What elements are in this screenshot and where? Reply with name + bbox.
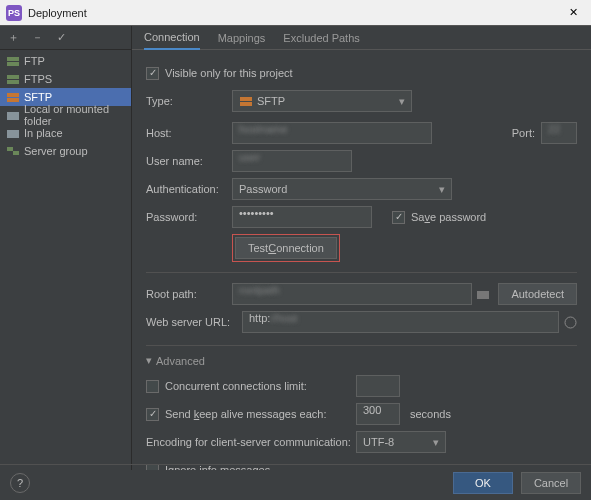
svg-rect-8 xyxy=(7,147,13,151)
keepalive-input[interactable]: 300 xyxy=(356,403,400,425)
type-value: SFTP xyxy=(257,95,285,107)
concurrent-input[interactable] xyxy=(356,375,400,397)
chevron-down-icon: ▾ xyxy=(439,183,445,196)
dialog-footer: ? OK Cancel xyxy=(0,464,591,500)
auth-value: Password xyxy=(239,183,287,195)
svg-rect-6 xyxy=(7,112,19,120)
svg-rect-3 xyxy=(7,80,19,84)
host-input[interactable]: hostname xyxy=(232,122,432,144)
user-input[interactable]: user xyxy=(232,150,352,172)
tree-item-label: FTPS xyxy=(24,73,52,85)
visible-only-label: Visible only for this project xyxy=(165,67,293,79)
checkbox-icon xyxy=(146,380,159,393)
tree-item-ftps[interactable]: FTPS xyxy=(0,70,131,88)
test-connection-highlight: Test Connection xyxy=(232,234,340,262)
type-label: Type: xyxy=(146,95,232,107)
test-connection-button[interactable]: Test Connection xyxy=(235,237,337,259)
add-icon[interactable]: ＋ xyxy=(4,29,22,47)
window-title: Deployment xyxy=(28,7,561,19)
type-select[interactable]: SFTP ▾ xyxy=(232,90,412,112)
save-password-label: Save password xyxy=(411,211,486,223)
close-icon[interactable]: ✕ xyxy=(561,6,585,19)
svg-rect-5 xyxy=(7,98,19,102)
browse-folder-icon[interactable] xyxy=(476,287,490,301)
main-panel: Connection Mappings Excluded Paths Visib… xyxy=(132,26,591,470)
autodetect-button[interactable]: Autodetect xyxy=(498,283,577,305)
svg-rect-10 xyxy=(240,97,252,101)
password-input[interactable]: ••••••••• xyxy=(232,206,372,228)
tree-item-label: Server group xyxy=(24,145,88,157)
apply-icon[interactable]: ✓ xyxy=(52,29,70,47)
server-icon xyxy=(6,55,20,67)
port-input[interactable]: 22 xyxy=(541,122,577,144)
svg-point-13 xyxy=(565,317,576,328)
auth-select[interactable]: Password ▾ xyxy=(232,178,452,200)
tab-excluded[interactable]: Excluded Paths xyxy=(283,26,359,50)
web-label: Web server URL: xyxy=(146,316,242,328)
tree-item-servergroup[interactable]: Server group xyxy=(0,142,131,160)
checkbox-icon xyxy=(392,211,405,224)
root-label: Root path: xyxy=(146,288,232,300)
sidebar: ＋ － ✓ FTP FTPS SFTP xyxy=(0,26,132,470)
tree-item-ftp[interactable]: FTP xyxy=(0,52,131,70)
user-label: User name: xyxy=(146,155,232,167)
svg-rect-1 xyxy=(7,62,19,66)
ok-button[interactable]: OK xyxy=(453,472,513,494)
group-icon xyxy=(6,145,20,157)
tree-item-label: In place xyxy=(24,127,63,139)
tree-item-local[interactable]: Local or mounted folder xyxy=(0,106,131,124)
svg-rect-9 xyxy=(13,151,19,155)
open-browser-icon[interactable] xyxy=(563,315,577,329)
help-button[interactable]: ? xyxy=(10,473,30,493)
tab-mappings[interactable]: Mappings xyxy=(218,26,266,50)
advanced-toggle[interactable]: ▾ Advanced xyxy=(146,354,577,367)
visible-only-checkbox[interactable]: Visible only for this project xyxy=(146,67,293,80)
svg-rect-11 xyxy=(240,102,252,106)
cancel-button[interactable]: Cancel xyxy=(521,472,581,494)
svg-rect-12 xyxy=(477,291,489,299)
svg-rect-2 xyxy=(7,75,19,79)
svg-rect-7 xyxy=(7,130,19,138)
advanced-label: Advanced xyxy=(156,355,205,367)
chevron-down-icon: ▾ xyxy=(433,436,439,449)
tree-item-label: Local or mounted folder xyxy=(24,103,131,127)
tree-item-label: SFTP xyxy=(24,91,52,103)
seconds-label: seconds xyxy=(410,408,451,420)
titlebar: PS Deployment ✕ xyxy=(0,0,591,26)
svg-rect-0 xyxy=(7,57,19,61)
port-label: Port: xyxy=(512,127,535,139)
host-label: Host: xyxy=(146,127,232,139)
save-password-checkbox[interactable]: Save password xyxy=(392,211,486,224)
app-icon: PS xyxy=(6,5,22,21)
keepalive-label: Send keep alive messages each: xyxy=(165,408,326,420)
encoding-select[interactable]: UTF-8 ▾ xyxy=(356,431,446,453)
tabs: Connection Mappings Excluded Paths xyxy=(132,26,591,50)
server-tree: FTP FTPS SFTP Local or mounted folder xyxy=(0,50,131,470)
tab-connection[interactable]: Connection xyxy=(144,26,200,50)
encoding-label: Encoding for client-server communication… xyxy=(146,436,356,448)
auth-label: Authentication: xyxy=(146,183,232,195)
web-input[interactable]: http://host xyxy=(242,311,559,333)
server-icon xyxy=(239,95,253,107)
svg-rect-4 xyxy=(7,93,19,97)
remove-icon[interactable]: － xyxy=(28,29,46,47)
chevron-down-icon: ▾ xyxy=(399,95,405,108)
server-icon xyxy=(6,91,20,103)
password-label: Password: xyxy=(146,211,232,223)
chevron-down-icon: ▾ xyxy=(146,354,152,367)
sidebar-toolbar: ＋ － ✓ xyxy=(0,26,131,50)
encoding-value: UTF-8 xyxy=(363,436,394,448)
folder-icon xyxy=(6,109,20,121)
keepalive-checkbox[interactable]: Send keep alive messages each: xyxy=(146,408,356,421)
server-icon xyxy=(6,73,20,85)
folder-icon xyxy=(6,127,20,139)
root-input[interactable]: rootpath xyxy=(232,283,472,305)
checkbox-icon xyxy=(146,408,159,421)
checkbox-icon xyxy=(146,67,159,80)
concurrent-label: Concurrent connections limit: xyxy=(165,380,307,392)
concurrent-checkbox[interactable]: Concurrent connections limit: xyxy=(146,380,356,393)
tree-item-label: FTP xyxy=(24,55,45,67)
